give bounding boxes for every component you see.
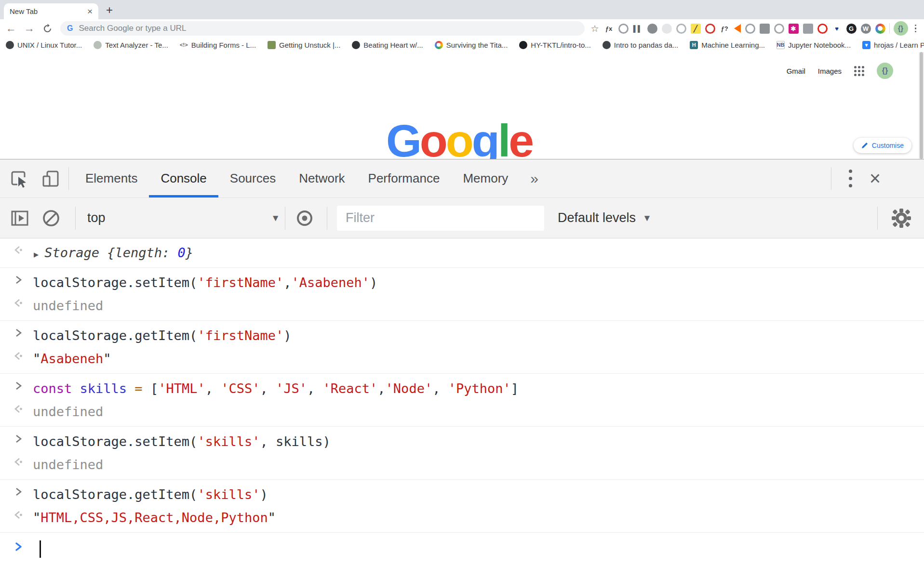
bookmark-item[interactable]: Beating Heart w/... bbox=[352, 41, 423, 49]
extension-icon[interactable]: ♥ bbox=[832, 24, 842, 34]
bookmark-item[interactable]: <!>Building Forms - L... bbox=[180, 41, 256, 49]
console-sidebar-icon[interactable] bbox=[10, 208, 30, 228]
devtools-tab-console[interactable]: Console bbox=[149, 159, 218, 197]
console-row-input[interactable]: localStorage.getItem('skills') bbox=[0, 480, 924, 509]
log-levels-select[interactable]: Default levels ▼ bbox=[558, 210, 652, 225]
devtools-left-icons bbox=[0, 159, 64, 197]
devtools-separator bbox=[831, 167, 831, 190]
devtools-tab-network[interactable]: Network bbox=[287, 159, 356, 197]
extension-icon[interactable]: G bbox=[846, 24, 857, 34]
console-result-icon bbox=[8, 350, 29, 362]
console-row-prompt[interactable] bbox=[0, 533, 924, 558]
console-row-preview[interactable]: ▶Storage {length: 0} bbox=[0, 238, 924, 268]
extension-icon[interactable] bbox=[817, 24, 828, 34]
forward-icon[interactable]: → bbox=[24, 22, 35, 35]
bookmark-item[interactable]: Text Analyzer - Te... bbox=[94, 41, 168, 49]
extension-icon[interactable]: ╱ bbox=[691, 24, 701, 34]
console-row-result[interactable]: "Asabeneh" bbox=[0, 350, 924, 374]
extension-icon[interactable] bbox=[647, 24, 657, 34]
extension-icon[interactable] bbox=[875, 24, 885, 34]
logo-letter: e bbox=[509, 115, 532, 159]
bookmark-item[interactable]: Intro to pandas da... bbox=[603, 41, 678, 49]
text-cursor bbox=[40, 540, 41, 558]
devtools-tab-memory[interactable]: Memory bbox=[451, 159, 520, 197]
extension-icon[interactable]: ƒ? bbox=[720, 24, 730, 34]
console-token: , bbox=[377, 381, 385, 396]
console-row-input[interactable]: localStorage.setItem('firstName','Asaben… bbox=[0, 268, 924, 297]
bookmark-label: Intro to pandas da... bbox=[614, 41, 678, 49]
new-tab-button[interactable]: + bbox=[106, 3, 113, 17]
address-bar[interactable]: G bbox=[60, 21, 585, 36]
bookmark-item[interactable]: UNIX / Linux Tutor... bbox=[6, 41, 82, 49]
gmail-link[interactable]: Gmail bbox=[787, 67, 805, 75]
settings-gear-icon[interactable] bbox=[890, 207, 912, 229]
console-row-result[interactable]: "HTML,CSS,JS,React,Node,Python" bbox=[0, 509, 924, 533]
console-token: 'Node' bbox=[386, 381, 433, 396]
page-scrollbar[interactable] bbox=[919, 52, 924, 159]
profile-avatar[interactable]: {} bbox=[894, 21, 908, 36]
console-token: localStorage.setItem( bbox=[33, 275, 197, 290]
bookmark-label: Building Forms - L... bbox=[191, 41, 256, 49]
console-token: ] bbox=[511, 381, 519, 396]
devtools-menu-icon[interactable] bbox=[836, 159, 865, 197]
extension-icon[interactable]: W bbox=[861, 24, 871, 34]
bookmark-item[interactable]: Getting Unstuck |... bbox=[268, 41, 340, 49]
extension-icon[interactable] bbox=[618, 24, 629, 34]
extension-icon[interactable] bbox=[774, 24, 784, 34]
bookmark-item[interactable]: HY-TKTL/intro-to... bbox=[519, 41, 590, 49]
bookmark-label: Machine Learning... bbox=[701, 41, 765, 49]
console-preview-icon bbox=[8, 244, 29, 256]
back-icon[interactable]: ← bbox=[6, 22, 16, 35]
console-row-input[interactable]: localStorage.setItem('skills', skills) bbox=[0, 427, 924, 456]
console-filter-input[interactable] bbox=[337, 206, 544, 231]
devtools-tab-performance[interactable]: Performance bbox=[357, 159, 452, 197]
eye-icon[interactable] bbox=[294, 208, 315, 229]
devtools-tabs-overflow-icon[interactable]: » bbox=[520, 159, 549, 197]
reload-icon[interactable] bbox=[42, 24, 53, 34]
customise-button[interactable]: Customise bbox=[854, 138, 911, 153]
toolbar-separator bbox=[889, 23, 890, 34]
console-row-text: "HTML,CSS,JS,React,Node,Python" bbox=[33, 509, 276, 526]
bookmark-item[interactable]: Surviving the Tita... bbox=[435, 41, 508, 49]
console-token bbox=[72, 381, 80, 396]
device-toolbar-icon[interactable] bbox=[40, 169, 61, 189]
extension-icon[interactable] bbox=[662, 24, 672, 34]
console-token: , bbox=[260, 381, 276, 396]
extension-icon[interactable]: ✱ bbox=[789, 24, 799, 34]
browser-tab[interactable]: New Tab × bbox=[4, 3, 98, 19]
extension-icon[interactable] bbox=[705, 24, 715, 34]
console-row-input[interactable]: const skills = ['HTML', 'CSS', 'JS', 'Re… bbox=[0, 374, 924, 403]
extension-icon[interactable] bbox=[676, 24, 686, 34]
console-row-input[interactable]: localStorage.getItem('firstName') bbox=[0, 321, 924, 350]
bookmark-star-icon[interactable]: ☆ bbox=[590, 23, 599, 34]
console-token: Asabeneh bbox=[40, 351, 103, 366]
extension-icon[interactable] bbox=[734, 24, 741, 33]
devtools-close-icon[interactable]: × bbox=[865, 159, 885, 197]
extension-icon[interactable]: ▌▌ bbox=[633, 24, 643, 34]
inspect-element-icon[interactable] bbox=[9, 168, 30, 189]
frame-context-select[interactable]: top ▼ bbox=[87, 210, 280, 225]
omnibox-input[interactable] bbox=[79, 24, 368, 33]
bookmark-item[interactable]: NBJupyter Notebook... bbox=[777, 41, 851, 49]
devtools-tab-elements[interactable]: Elements bbox=[74, 159, 149, 197]
console-log-area[interactable]: ▶Storage {length: 0}localStorage.setItem… bbox=[0, 238, 924, 578]
google-account-avatar[interactable]: {} bbox=[877, 63, 893, 79]
extension-icon[interactable] bbox=[803, 24, 813, 34]
expand-triangle-icon[interactable]: ▶ bbox=[34, 250, 39, 259]
images-link[interactable]: Images bbox=[818, 67, 842, 75]
console-token: 0 bbox=[178, 245, 186, 260]
console-row-result[interactable]: undefined bbox=[0, 456, 924, 480]
devtools-tab-sources[interactable]: Sources bbox=[218, 159, 287, 197]
console-row-result[interactable]: undefined bbox=[0, 297, 924, 321]
bookmark-item[interactable]: HMachine Learning... bbox=[690, 41, 765, 49]
console-row-text: localStorage.setItem('skills', skills) bbox=[33, 433, 331, 450]
browser-menu-icon[interactable] bbox=[913, 23, 919, 35]
console-row-result[interactable]: undefined bbox=[0, 403, 924, 427]
google-apps-icon[interactable] bbox=[854, 66, 864, 76]
tab-close-icon[interactable]: × bbox=[87, 7, 93, 16]
bookmark-item[interactable]: ▾hrojas / Learn Pan... bbox=[862, 41, 924, 49]
clear-console-icon[interactable] bbox=[40, 208, 62, 229]
extension-icon[interactable] bbox=[760, 24, 770, 34]
extension-icon[interactable] bbox=[745, 24, 755, 34]
extension-icon[interactable]: ƒx bbox=[604, 24, 614, 34]
